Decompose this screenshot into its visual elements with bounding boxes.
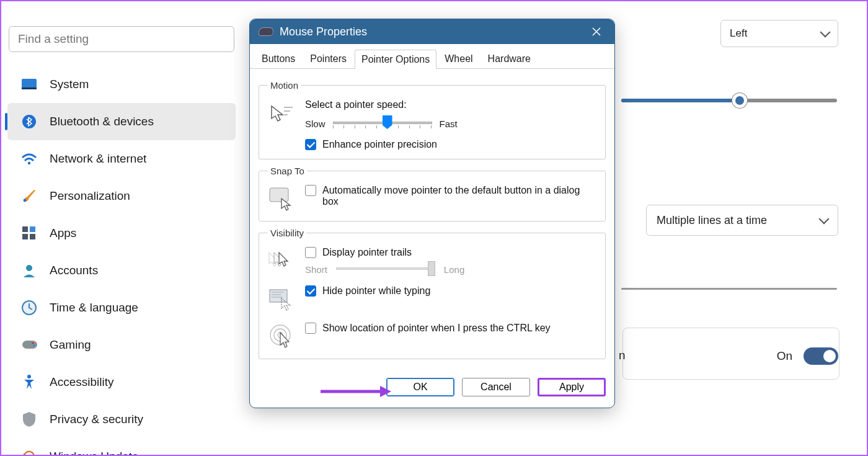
close-button[interactable] (587, 22, 606, 41)
tab-wheel[interactable]: Wheel (438, 49, 479, 68)
dropdown-value: Multiple lines at a time (657, 214, 767, 227)
sidebar-item-system[interactable]: System (7, 66, 236, 103)
scroll-inactive-toggle-row: On (777, 347, 838, 365)
sidebar-item-windows-update[interactable]: Windows Update (7, 438, 236, 456)
svg-rect-8 (30, 234, 35, 239)
toggle-switch[interactable] (804, 347, 838, 365)
hide-while-typing-label: Hide pointer while typing (322, 285, 430, 297)
svg-point-3 (28, 162, 30, 164)
close-icon (592, 27, 601, 36)
ctrl-locate-label: Show location of pointer when I press th… (322, 323, 551, 334)
dialog-body: Motion Select a pointer speed: Slow Fas (250, 69, 614, 374)
svg-marker-22 (380, 386, 391, 397)
group-legend: Snap To (268, 166, 307, 176)
sidebar-item-time-language[interactable]: Time & language (7, 289, 236, 326)
svg-point-4 (24, 199, 27, 202)
sidebar-item-privacy[interactable]: Privacy & security (7, 401, 236, 438)
sidebar-item-label: Bluetooth & devices (50, 115, 154, 128)
sidebar-item-label: Time & language (50, 301, 138, 315)
short-label: Short (305, 264, 327, 275)
snap-to-group: Snap To Automatically move pointer to th… (259, 166, 606, 221)
ctrl-locate-checkbox[interactable] (305, 323, 316, 334)
pointer-trails-label: Display pointer trails (322, 247, 412, 258)
dialog-button-row: OK Cancel Apply (250, 374, 614, 408)
slider-thumb[interactable] (732, 93, 747, 108)
group-legend: Motion (268, 80, 301, 91)
sidebar-item-bluetooth-devices[interactable]: Bluetooth & devices (7, 103, 236, 140)
sidebar-item-label: Accounts (50, 264, 98, 277)
person-icon (21, 262, 37, 279)
dialog-tabs: Buttons Pointers Pointer Options Wheel H… (250, 44, 614, 69)
sidebar-item-label: Personalization (50, 189, 130, 203)
chevron-down-icon (819, 214, 830, 225)
sidebar-item-network[interactable]: Network & internet (7, 140, 236, 177)
scroll-mode-dropdown[interactable]: Multiple lines at a time (646, 205, 838, 236)
slow-label: Slow (305, 118, 326, 129)
primary-button-dropdown[interactable]: Left (720, 20, 838, 47)
svg-rect-1 (22, 87, 37, 89)
svg-rect-0 (22, 79, 37, 89)
slider-fill (621, 99, 740, 102)
ctrl-locate-icon (268, 323, 295, 350)
nav-list: System Bluetooth & devices Network & int… (4, 66, 239, 456)
gamepad-icon (21, 337, 37, 353)
sidebar-item-label: Privacy & security (50, 413, 143, 426)
display-icon (21, 76, 37, 92)
svg-point-13 (32, 342, 33, 344)
cancel-button[interactable]: Cancel (462, 378, 530, 396)
sidebar-item-gaming[interactable]: Gaming (7, 326, 236, 364)
chevron-down-icon (820, 27, 831, 38)
tab-pointers[interactable]: Pointers (303, 49, 353, 68)
annotation-arrow-icon (318, 383, 392, 400)
toggle-state-label: On (777, 349, 792, 363)
wifi-icon (21, 151, 37, 167)
apply-button[interactable]: Apply (538, 378, 606, 396)
clock-globe-icon (21, 300, 37, 316)
long-label: Long (444, 264, 464, 275)
enhance-precision-checkbox[interactable] (305, 139, 316, 150)
ok-button[interactable]: OK (386, 378, 454, 396)
sidebar-item-apps[interactable]: Apps (7, 215, 236, 252)
enhance-precision-label: Enhance pointer precision (322, 139, 437, 150)
slider-thumb[interactable] (383, 115, 392, 129)
trail-length-slider (336, 263, 435, 275)
fast-label: Fast (440, 118, 458, 129)
sidebar-item-accounts[interactable]: Accounts (7, 252, 236, 289)
tab-pointer-options[interactable]: Pointer Options (355, 50, 436, 69)
accessibility-icon (21, 374, 37, 390)
cursor-speed-slider[interactable] (621, 97, 837, 104)
sidebar-item-label: Apps (50, 226, 76, 240)
svg-rect-16 (270, 188, 288, 202)
sidebar-item-label: Accessibility (50, 375, 113, 389)
sidebar-item-accessibility[interactable]: Accessibility (7, 364, 236, 401)
update-icon (21, 449, 37, 456)
svg-rect-6 (30, 226, 35, 232)
tab-buttons[interactable]: Buttons (255, 49, 302, 68)
sidebar-item-label: Windows Update (50, 450, 139, 456)
paintbrush-icon (21, 188, 37, 204)
search-input[interactable] (9, 26, 234, 52)
snap-to-icon (268, 185, 295, 212)
group-legend: Visibility (268, 228, 306, 238)
dialog-title: Mouse Properties (280, 25, 367, 38)
pointer-trails-checkbox[interactable] (305, 247, 316, 258)
svg-point-15 (27, 375, 31, 378)
svg-point-14 (33, 344, 35, 346)
tab-hardware[interactable]: Hardware (481, 49, 538, 68)
mouse-icon (258, 27, 274, 36)
lines-to-scroll-track (621, 288, 837, 290)
dialog-titlebar[interactable]: Mouse Properties (250, 19, 614, 44)
svg-point-9 (26, 265, 32, 271)
mouse-properties-dialog: Mouse Properties Buttons Pointers Pointe… (249, 19, 615, 408)
pointer-speed-slider[interactable] (333, 117, 432, 130)
visibility-group: Visibility Display pointer trails Short (259, 228, 606, 359)
pointer-trails-icon (268, 247, 295, 274)
hide-while-typing-checkbox[interactable] (305, 285, 316, 297)
apps-icon (21, 225, 37, 241)
svg-rect-17 (270, 290, 287, 302)
snap-to-checkbox[interactable] (305, 185, 316, 196)
sidebar-item-label: Network & internet (50, 152, 146, 166)
sidebar-item-personalization[interactable]: Personalization (7, 177, 236, 215)
pointer-speed-icon (268, 99, 295, 127)
sidebar-item-label: System (50, 78, 89, 91)
